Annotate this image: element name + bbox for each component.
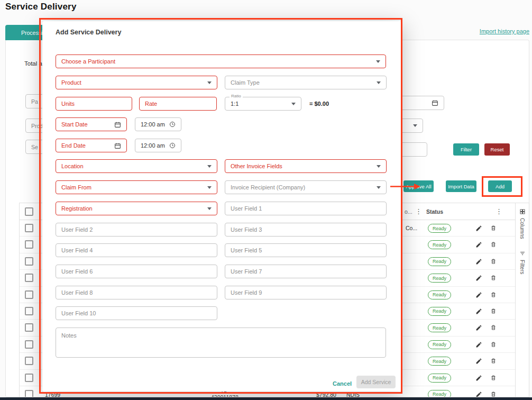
cancel-button[interactable]: Cancel — [333, 380, 352, 387]
user-field-6-input[interactable]: User Field 6 — [56, 265, 217, 278]
user-field-3-input[interactable]: User Field 3 — [225, 223, 387, 237]
row-checkbox[interactable] — [25, 307, 33, 315]
user-field-10-input[interactable]: User Field 10 — [56, 306, 217, 320]
ratio-floating-label: Ratio — [230, 94, 243, 98]
calendar-icon[interactable] — [114, 121, 121, 128]
actions-menu-icon[interactable]: ⋮ — [496, 208, 502, 215]
user-field-2-input[interactable]: User Field 2 — [56, 223, 217, 237]
user-field-1-input[interactable]: User Field 1 — [225, 202, 387, 215]
delete-icon[interactable] — [490, 324, 497, 331]
chevron-down-icon — [377, 81, 381, 84]
user-field-7-input[interactable]: User Field 7 — [225, 265, 387, 278]
edit-icon[interactable] — [475, 225, 482, 232]
calendar-icon[interactable] — [114, 142, 121, 149]
chevron-down-icon — [207, 81, 212, 84]
units-input[interactable]: Units — [56, 97, 132, 111]
filters-icon[interactable] — [519, 250, 526, 257]
filters-rail-label[interactable]: Filters — [519, 260, 525, 274]
row-checkbox[interactable] — [25, 240, 33, 249]
rate-input[interactable]: Rate — [139, 97, 217, 111]
delete-icon[interactable] — [490, 224, 497, 232]
user-field-8-input[interactable]: User Field 8 — [56, 286, 217, 299]
filter-button[interactable]: Filter — [453, 143, 479, 156]
cell-program: NDIS — [346, 392, 360, 397]
edit-icon[interactable] — [475, 375, 482, 381]
row-checkbox[interactable] — [25, 323, 33, 332]
delete-icon[interactable] — [490, 390, 497, 397]
clock-icon[interactable] — [169, 142, 176, 149]
rate-label: Rate — [145, 101, 157, 107]
column-menu-icon[interactable]: ⋮ — [415, 208, 422, 215]
edit-icon[interactable] — [475, 241, 482, 248]
edit-icon[interactable] — [475, 308, 482, 315]
edit-icon[interactable] — [475, 292, 482, 298]
user-field-4-input[interactable]: User Field 4 — [56, 243, 217, 257]
edit-icon[interactable] — [475, 324, 482, 331]
calendar-icon[interactable] — [432, 99, 438, 106]
participant-select[interactable]: Choose a Participant — [56, 54, 386, 68]
start-time-value: 12:00 am — [141, 121, 165, 128]
other-invoice-fields-select[interactable]: Other Invoice Fields — [225, 159, 387, 173]
notes-textarea[interactable]: Notes — [56, 328, 386, 358]
row-checkbox[interactable] — [25, 257, 33, 266]
delete-icon[interactable] — [490, 357, 497, 365]
delete-icon[interactable] — [490, 258, 497, 265]
end-time-value: 12:00 am — [141, 142, 165, 149]
user-field-5-input[interactable]: User Field 5 — [225, 243, 387, 257]
add-service-button[interactable]: Add Service — [356, 376, 396, 388]
columns-icon[interactable] — [519, 208, 526, 215]
chevron-down-icon — [413, 124, 417, 127]
cell-id: 17699 — [45, 392, 60, 397]
row-checkbox[interactable] — [25, 290, 33, 299]
add-button[interactable]: Add — [488, 180, 512, 192]
delete-icon[interactable] — [490, 374, 497, 381]
user-field-8-label: User Field 8 — [61, 289, 93, 296]
reset-button[interactable]: Reset — [484, 143, 510, 156]
delete-icon[interactable] — [490, 341, 497, 348]
delete-icon[interactable] — [490, 291, 497, 298]
claim-type-select[interactable]: Claim Type — [225, 76, 387, 89]
invoice-recipient-select[interactable]: Invoice Recipient (Company) — [225, 180, 387, 194]
chevron-down-icon — [207, 165, 212, 168]
approve-all-button[interactable]: Approve All — [403, 180, 434, 192]
modal-title: Add Service Delivery — [56, 29, 121, 36]
product-select[interactable]: Product — [56, 76, 217, 89]
claim-type-label: Claim Type — [231, 79, 260, 86]
delete-icon[interactable] — [490, 274, 497, 281]
column-header-fragment: o... — [405, 208, 412, 215]
row-checkbox[interactable] — [25, 357, 33, 365]
select-all-checkbox[interactable] — [25, 207, 33, 216]
import-data-button[interactable]: Import Data — [446, 180, 476, 192]
registration-select[interactable]: Registration — [56, 202, 217, 215]
clock-icon[interactable] — [169, 121, 176, 128]
edit-icon[interactable] — [475, 341, 482, 348]
location-select[interactable]: Location — [56, 159, 217, 173]
columns-rail-label[interactable]: Columns — [519, 218, 525, 239]
ratio-select[interactable]: Ratio 1:1 — [225, 97, 301, 111]
row-checkbox[interactable] — [25, 390, 33, 397]
status-badge: Ready — [428, 257, 451, 266]
import-history-link[interactable]: Import history page — [480, 28, 529, 34]
row-checkbox[interactable] — [25, 274, 33, 282]
chevron-down-icon — [377, 165, 381, 168]
row-checkbox[interactable] — [25, 340, 33, 349]
edit-icon[interactable] — [475, 358, 482, 365]
status-badge: Ready — [428, 274, 451, 283]
end-date-input[interactable]: End Date — [56, 139, 127, 152]
start-time-input[interactable]: 12:00 am — [135, 117, 181, 131]
claim-from-label: Claim From — [61, 184, 91, 190]
row-text-fragment: Co... — [406, 225, 417, 231]
delete-icon[interactable] — [490, 307, 497, 315]
edit-icon[interactable] — [475, 275, 482, 281]
delete-icon[interactable] — [490, 241, 497, 248]
edit-icon[interactable] — [475, 258, 482, 265]
chevron-down-icon — [207, 186, 212, 189]
claim-from-select[interactable]: Claim From — [56, 180, 217, 194]
start-date-input[interactable]: Start Date — [56, 117, 127, 131]
row-checkbox[interactable] — [25, 224, 33, 232]
user-field-9-input[interactable]: User Field 9 — [225, 286, 387, 299]
add-service-delivery-modal: Add Service Delivery Choose a Participan… — [42, 21, 402, 392]
end-time-input[interactable]: 12:00 am — [135, 139, 181, 152]
row-checkbox[interactable] — [25, 374, 33, 382]
edit-icon[interactable] — [475, 391, 482, 397]
